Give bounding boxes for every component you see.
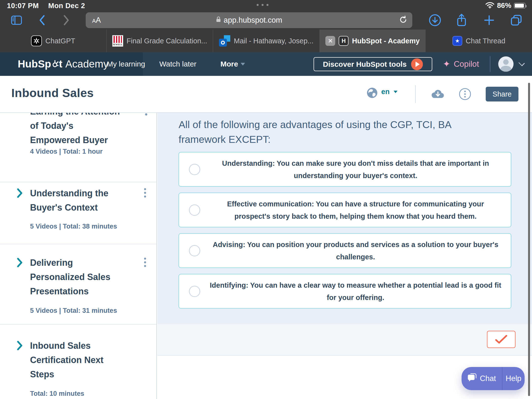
divider [415, 85, 416, 103]
tab-mail[interactable]: Mail - Hathaway, Josep... [213, 30, 319, 52]
status-bar: 10:07 PM Mon Dec 2 86% [0, 0, 532, 11]
globe-icon [366, 87, 378, 100]
support-widget: Chat Help [462, 367, 525, 390]
radio-button[interactable] [189, 204, 200, 216]
answer-option-4[interactable]: Identifying: You can have a clear way to… [179, 274, 511, 309]
text-size-control[interactable]: AA [92, 16, 101, 25]
language-selector[interactable]: en [381, 88, 398, 96]
divider [0, 244, 157, 244]
cloud-download-icon[interactable] [431, 87, 445, 101]
lesson-title: Understanding the Buyer's Context [30, 186, 138, 215]
tab-label: Chat Thread [466, 37, 505, 45]
tab-final-grade[interactable]: JEWELL Final Grade Calculation... [106, 30, 213, 52]
wifi-icon [485, 2, 495, 10]
lesson-meta: 5 Videos | Total: 38 minutes [30, 223, 117, 230]
radio-button[interactable] [189, 164, 200, 175]
answer-text: Understanding: You can make sure you don… [200, 157, 511, 182]
page-header: Inbound Sales en Share [0, 76, 532, 113]
tabs-overview-icon[interactable] [510, 14, 523, 27]
safari-toolbar: AA app.hubspot.com [0, 11, 532, 30]
sparkle-icon: ✦ [443, 59, 450, 69]
copilot-button[interactable]: ✦ Copilot [443, 52, 479, 76]
date: Mon Dec 2 [48, 2, 85, 10]
tab-label: HubSpot - Academy [352, 37, 419, 45]
avatar[interactable] [498, 56, 514, 72]
lesson-meta: 4 Videos | Total: 1 hour [30, 148, 103, 155]
tab-label: Mail - Hathaway, Josep... [234, 37, 313, 45]
kebab-menu-icon[interactable] [145, 113, 147, 116]
new-tab-icon[interactable] [483, 14, 495, 26]
page-title: Inbound Sales [11, 86, 94, 100]
chat-bubble-icon [467, 373, 477, 384]
help-button[interactable]: Help [502, 367, 525, 390]
address-bar[interactable]: AA app.hubspot.com [86, 12, 412, 28]
close-tab-icon[interactable]: ✕ [325, 36, 335, 46]
answer-text: Advising: You can position your products… [200, 238, 511, 263]
account-chevron-icon[interactable] [518, 60, 525, 66]
tab-label: Final Grade Calculation... [127, 37, 207, 45]
outlook-icon [219, 35, 230, 47]
play-icon [411, 58, 423, 70]
hubspot-favicon: H [339, 36, 349, 46]
chat-thread-icon: ★ [452, 36, 462, 46]
battery-icon [514, 3, 526, 9]
sprocket-icon [51, 59, 59, 71]
browser-chrome: 10:07 PM Mon Dec 2 86% [0, 0, 532, 52]
answer-text: Identifying: You can have a clear way to… [200, 279, 511, 304]
lock-icon [216, 16, 221, 25]
tab-bar: ChatGPT JEWELL Final Grade Calculation..… [0, 30, 532, 52]
divider [0, 324, 157, 325]
divider [0, 182, 157, 182]
share-button[interactable]: Share [486, 87, 518, 101]
lesson-title: Earning the Attention of Today's Empower… [30, 113, 138, 147]
chevron-right-icon[interactable] [16, 188, 23, 199]
battery-percent: 86% [497, 1, 511, 10]
nav-my-learning[interactable]: My learning [107, 52, 145, 76]
divider [490, 56, 490, 72]
lesson-title: Inbound Sales Certification Next Steps [30, 339, 138, 382]
quiz-question: All of the following are advantages of u… [179, 117, 478, 147]
chevron-down-icon [394, 91, 398, 93]
answer-option-1[interactable]: Understanding: You can make sure you don… [179, 152, 511, 187]
download-icon[interactable] [429, 14, 441, 27]
chatgpt-icon [31, 35, 42, 46]
kebab-menu-icon[interactable] [144, 188, 146, 198]
lesson-title: Delivering Personalized Sales Presentati… [30, 256, 138, 299]
lesson-meta: Total: 10 minutes [30, 390, 84, 398]
lesson-meta: 5 Videos | Total: 31 minutes [30, 307, 117, 315]
tab-label: ChatGPT [45, 37, 75, 45]
chevron-right-icon[interactable] [16, 341, 23, 351]
chevron-right-icon[interactable] [16, 258, 23, 268]
hubspot-navbar: HubSp t Academy My learning Watch later … [0, 52, 532, 76]
kebab-menu-icon[interactable] [144, 258, 146, 267]
scrollbar[interactable] [528, 83, 530, 396]
page-dots-icon [257, 4, 268, 6]
radio-button[interactable] [189, 245, 200, 256]
chevron-down-icon [241, 63, 245, 66]
reload-icon[interactable] [399, 16, 407, 25]
more-options-icon[interactable] [459, 88, 471, 100]
nav-more[interactable]: More [220, 52, 245, 76]
tab-hubspot-academy[interactable]: ✕ H HubSpot - Academy [319, 30, 426, 52]
back-icon[interactable] [39, 15, 45, 25]
discover-tools-button[interactable]: Discover HubSpot tools [314, 57, 432, 71]
answer-option-2[interactable]: Effective communication: You can have a … [179, 193, 511, 227]
clock: 10:07 PM [7, 2, 39, 10]
chat-button[interactable]: Chat [462, 367, 502, 390]
forward-icon[interactable] [63, 15, 69, 25]
jewell-icon: JEWELL [112, 35, 123, 47]
answer-option-3[interactable]: Advising: You can position your products… [179, 233, 511, 268]
course-sidebar: Earning the Attention of Today's Empower… [0, 113, 157, 399]
tab-chat-thread[interactable]: ★ Chat Thread [426, 30, 532, 52]
submit-answer-button[interactable] [487, 331, 515, 348]
share-icon[interactable] [456, 13, 467, 27]
nav-watch-later[interactable]: Watch later [159, 52, 197, 76]
answer-text: Effective communication: You can have a … [200, 198, 511, 222]
sidebar-toggle-icon[interactable] [11, 15, 22, 25]
main-content: Earning the Attention of Today's Empower… [0, 113, 532, 399]
tab-chatgpt[interactable]: ChatGPT [0, 30, 106, 52]
checkmark-icon [495, 334, 508, 344]
quiz-area: All of the following are advantages of u… [157, 113, 532, 399]
radio-button[interactable] [189, 286, 200, 297]
url-text: app.hubspot.com [224, 16, 282, 25]
